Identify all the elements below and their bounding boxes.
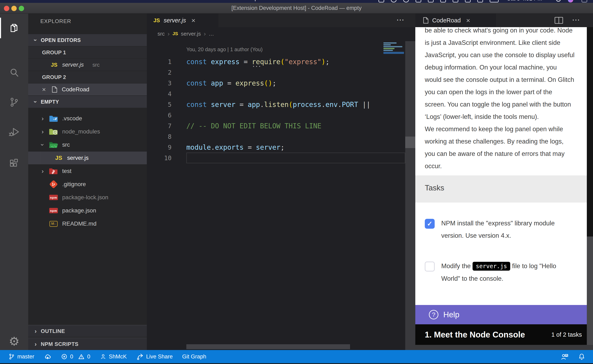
macos-menu-bar: Code File Edit Selection View Go Run Ter… [0,0,593,3]
tree-item-server-js[interactable]: JS server.js [28,152,147,164]
notifications-button[interactable] [578,353,586,360]
error-icon [61,353,68,360]
tree-item-vscode[interactable]: › .vscode [28,112,147,125]
activity-explorer-button[interactable] [0,16,28,40]
activity-bar: ⚙ [0,13,28,350]
menubar-status-icon[interactable] [379,0,384,2]
menu-edit[interactable]: Edit [69,0,78,1]
menubar-status-icon[interactable] [453,0,458,2]
breadcrumb-file[interactable]: server.js [181,31,201,37]
menu-code[interactable]: Code [18,0,32,1]
webview-more-actions-button[interactable]: ⋯ [572,15,580,24]
menu-selection[interactable]: Selection [89,0,112,1]
menu-run[interactable]: Run [164,0,174,1]
siri-icon[interactable] [568,0,573,2]
bell-icon [578,353,586,360]
minimap[interactable] [383,42,404,69]
svg-text:</>: </> [51,145,57,149]
menubar-status-icon[interactable] [391,0,397,2]
menubar-status-icon[interactable] [428,0,434,2]
menu-window[interactable]: Window [216,0,236,1]
editor-horizontal-scrollbar[interactable] [186,344,350,349]
close-tab-icon[interactable]: × [191,17,195,24]
breadcrumb-src[interactable]: src [158,31,165,37]
tab-server-js[interactable]: JS server.js × [147,13,219,27]
task-checkbox-unchecked[interactable] [425,262,435,272]
chevron-right-icon: › [33,328,39,335]
open-editor-server-js[interactable]: JS server.js src [28,59,147,71]
zoom-window-button[interactable] [19,6,24,11]
menubar-clock[interactable]: Sat 3 4:51 PM [507,0,542,2]
activity-search-button[interactable] [0,60,28,85]
live-share-button[interactable]: Live Share [136,353,173,360]
control-center-icon[interactable] [581,0,587,2]
markdown-icon: M↓ [49,220,59,228]
window-title: [Extension Development Host] - CodeRoad … [0,3,593,13]
tab-coderoad[interactable]: CodeRoad × [415,13,496,27]
activity-source-control-button[interactable] [0,90,28,115]
tab-label: server.js [164,17,186,24]
open-editors-header[interactable]: › OPEN EDITORS [28,34,147,46]
close-icon[interactable]: × [42,86,46,93]
breadcrumb-more[interactable]: … [209,31,214,37]
lesson-title: 1. Meet the Node Console [425,330,525,339]
help-bar[interactable]: ? Help [415,305,587,324]
help-question-icon: ? [429,310,438,319]
user-account-status[interactable]: ShMcK [100,353,127,360]
task-checkbox-checked[interactable]: ✓ [425,219,435,229]
menubar-status-icon[interactable] [403,0,409,2]
activity-run-debug-button[interactable] [0,119,28,144]
tree-item-src[interactable]: › </> src [28,138,147,151]
close-window-button[interactable] [4,6,9,11]
chevron-right-icon: › [40,168,46,175]
activity-extensions-button[interactable] [0,151,28,176]
menu-view[interactable]: View [125,0,137,1]
open-editor-coderoad[interactable]: × CodeRoad [28,84,147,95]
chevron-right-icon: › [33,341,39,348]
tree-item-test[interactable]: › test [28,165,147,177]
lesson-footer[interactable]: 1. Meet the Node Console 1 of 2 tasks [415,324,587,345]
editor-more-actions-button[interactable]: ⋯ [396,15,405,24]
tasks-section-header: Tasks [415,176,587,202]
outline-section-header[interactable]: › OUTLINE [28,325,147,337]
tree-item-node-modules[interactable]: › JS node_modules [28,125,147,138]
git-graph-button[interactable]: Git Graph [182,353,206,360]
tree-item-gitignore[interactable]: .gitignore [28,178,147,191]
code-editor[interactable]: 1const express = require("express");23co… [147,56,405,163]
webview-file-icon [423,17,428,24]
tree-item-package-json[interactable]: npm package.json [28,204,147,217]
open-editor-path: src [93,62,100,68]
scrollbar-thumb[interactable] [405,136,415,148]
feedback-button[interactable] [560,352,569,361]
editor-group-1-label: GROUP 1 [28,46,147,58]
webview-scrollbar-thumb[interactable] [587,236,593,345]
close-tab-icon[interactable]: × [466,17,470,24]
cloud-upload-icon [44,353,51,360]
menubar-status-icon[interactable] [465,0,471,2]
menubar-status-icon[interactable] [415,0,421,2]
editor-group: JS server.js × ⋯ src › JS server.js › … … [147,13,415,350]
webview-scrollbar-track[interactable] [587,27,593,236]
git-branch-status[interactable]: master [8,353,34,360]
folder-section-header-empty[interactable]: › EMPTY [28,96,147,108]
minimize-window-button[interactable] [11,6,17,11]
editor-tab-bar: JS server.js × ⋯ [147,13,415,27]
tree-item-readme[interactable]: M↓ README.md [28,217,147,230]
menubar-status-icon[interactable] [440,0,446,2]
sync-changes-button[interactable] [44,353,51,360]
npm-scripts-section-header[interactable]: › NPM SCRIPTS [28,338,147,350]
tree-item-package-lock[interactable]: npm package-lock.json [28,191,147,204]
editor-vertical-scrollbar[interactable] [405,41,415,350]
menu-help[interactable]: Help [246,0,258,1]
split-editor-icon[interactable] [554,16,564,24]
menu-terminal[interactable]: Terminal [183,0,204,1]
gear-icon: ⚙ [9,335,20,347]
menubar-status-icon[interactable] [477,0,483,2]
tab-label: CodeRoad [432,17,461,24]
spotlight-search-icon[interactable] [556,0,561,2]
gitlens-annotation[interactable]: You, 20 days ago | 1 author (You) [186,46,263,52]
problems-status[interactable]: 0 0 [61,353,90,360]
inline-code-chip: server.js [473,262,510,271]
menu-file[interactable]: File [49,0,59,1]
menu-go[interactable]: Go [147,0,155,1]
